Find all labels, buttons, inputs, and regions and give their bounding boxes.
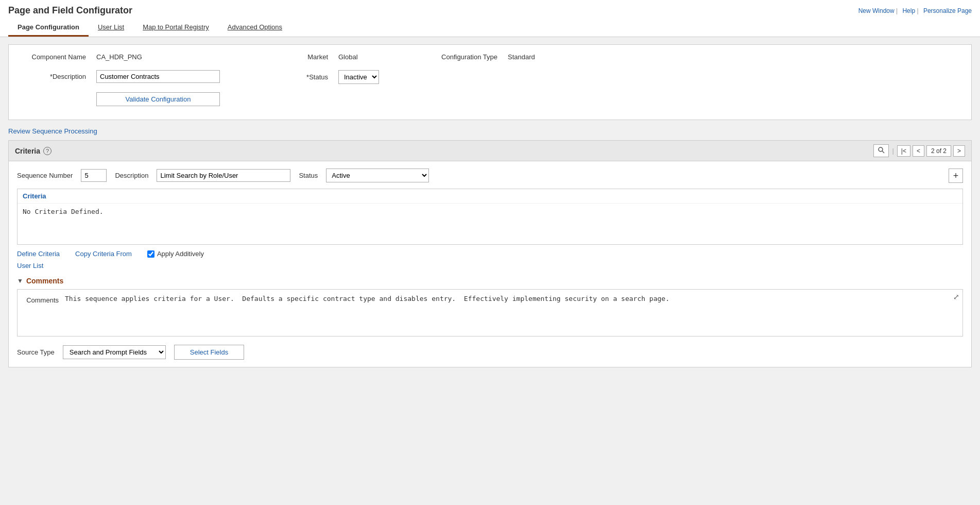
comments-textarea[interactable]: This sequence applies criteria for a Use… xyxy=(65,295,957,331)
seq-number-label: Sequence Number xyxy=(17,172,73,179)
copy-criteria-link[interactable]: Copy Criteria From xyxy=(75,250,132,258)
criteria-section-bar: Criteria ? | |< < 2 of 2 > xyxy=(8,140,972,161)
criteria-search-button[interactable] xyxy=(873,144,889,157)
nav-first-button[interactable]: |< xyxy=(897,145,910,157)
comments-label: Comments xyxy=(23,295,59,304)
criteria-status-label: Status xyxy=(299,172,318,179)
status-select[interactable]: Inactive Active xyxy=(338,70,379,84)
personalize-link[interactable]: Personalize Page xyxy=(923,7,972,14)
define-criteria-link[interactable]: Define Criteria xyxy=(17,250,60,258)
criteria-description-input[interactable] xyxy=(157,169,290,182)
tab-advanced-options[interactable]: Advanced Options xyxy=(218,19,291,37)
nav-count: 2 of 2 xyxy=(926,145,951,157)
criteria-fields-row: Sequence Number Description Status Activ… xyxy=(17,169,949,182)
description-label: *Description xyxy=(19,73,86,80)
apply-additively-label: Apply Additively xyxy=(157,250,204,258)
validate-configuration-button[interactable]: Validate Configuration xyxy=(96,92,220,106)
source-type-label: Source Type xyxy=(17,348,55,356)
config-left-group: Component Name CA_HDR_PNG *Description V… xyxy=(19,53,220,111)
criteria-actions: Define Criteria Copy Criteria From Apply… xyxy=(17,250,963,258)
select-fields-button[interactable]: Select Fields xyxy=(174,345,244,360)
expand-comments-icon[interactable]: ⤢ xyxy=(953,293,959,301)
component-name-label: Component Name xyxy=(19,53,86,61)
tab-page-configuration[interactable]: Page Configuration xyxy=(8,19,89,37)
config-middle-group: Market Global *Status Inactive Active xyxy=(261,53,379,89)
tab-map-to-portal-registry[interactable]: Map to Portal Registry xyxy=(133,19,218,37)
component-name-value: CA_HDR_PNG xyxy=(96,53,142,61)
main-content: Component Name CA_HDR_PNG *Description V… xyxy=(0,37,980,375)
comments-section: ▼ Comments Comments This sequence applie… xyxy=(17,277,963,336)
criteria-inner-box: Criteria No Criteria Defined. xyxy=(17,189,963,245)
criteria-inner-body: No Criteria Defined. xyxy=(18,204,962,244)
header-links: New Window | Help | Personalize Page xyxy=(855,7,972,14)
svg-point-0 xyxy=(879,147,883,152)
criteria-status-select[interactable]: Active Inactive xyxy=(326,169,429,182)
source-type-select[interactable]: Search and Prompt Fields Page Fields All… xyxy=(63,345,166,359)
market-value: Global xyxy=(338,53,358,61)
criteria-bar-right: | |< < 2 of 2 > xyxy=(873,144,965,157)
page-header: Page and Field Configurator New Window |… xyxy=(0,0,980,37)
criteria-inner-title: Criteria xyxy=(18,189,962,204)
new-window-link[interactable]: New Window xyxy=(858,7,895,14)
source-type-row: Source Type Search and Prompt Fields Pag… xyxy=(17,345,963,360)
criteria-help-icon[interactable]: ? xyxy=(43,147,51,155)
description-input[interactable] xyxy=(96,70,220,83)
comments-box: Comments This sequence applies criteria … xyxy=(17,289,963,336)
criteria-section: Criteria ? | |< < 2 of 2 > + Sequence Nu… xyxy=(8,140,972,367)
page-title: Page and Field Configurator xyxy=(8,5,132,16)
status-label: *Status xyxy=(261,73,328,81)
nav-prev-button[interactable]: < xyxy=(913,145,924,157)
comments-title: Comments xyxy=(26,277,63,285)
criteria-desc-label: Description xyxy=(115,172,148,179)
svg-line-1 xyxy=(882,151,884,153)
nav-next-button[interactable]: > xyxy=(953,145,965,157)
apply-additively-group: Apply Additively xyxy=(147,250,204,258)
user-list-link[interactable]: User List xyxy=(17,262,43,270)
apply-additively-checkbox[interactable] xyxy=(147,250,154,258)
review-sequence-link[interactable]: Review Sequence Processing xyxy=(8,127,97,135)
tab-user-list[interactable]: User List xyxy=(89,19,133,37)
criteria-content: + Sequence Number Description Status Act… xyxy=(8,161,972,367)
criteria-bar-left: Criteria ? xyxy=(15,147,51,155)
collapse-icon: ▼ xyxy=(17,277,23,284)
criteria-title: Criteria xyxy=(15,147,40,155)
market-label: Market xyxy=(261,53,328,61)
config-type-label: Configuration Type xyxy=(431,53,497,61)
sequence-number-input[interactable] xyxy=(81,169,107,182)
help-link[interactable]: Help xyxy=(902,7,915,14)
tab-bar: Page Configuration User List Map to Port… xyxy=(8,19,972,37)
config-right-group: Configuration Type Standard xyxy=(431,53,535,66)
config-type-value: Standard xyxy=(508,53,535,61)
criteria-text-area[interactable]: No Criteria Defined. xyxy=(23,208,957,239)
comments-header[interactable]: ▼ Comments xyxy=(17,277,963,285)
config-box: Component Name CA_HDR_PNG *Description V… xyxy=(8,44,972,120)
search-icon xyxy=(878,146,885,154)
add-criteria-button[interactable]: + xyxy=(949,169,963,183)
nav-divider: | xyxy=(891,147,895,155)
